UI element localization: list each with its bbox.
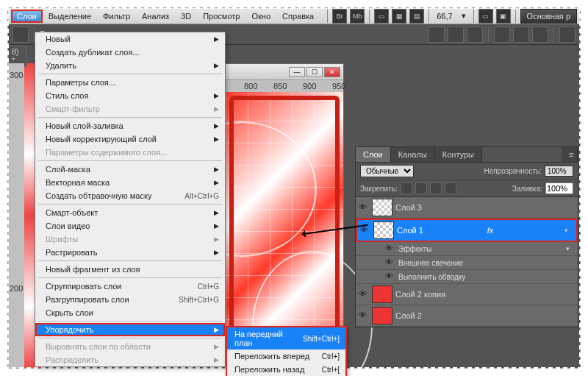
lock-label: Закрепить: [360,185,398,193]
menu-item[interactable]: Слои видео▶ [35,219,225,233]
menu-item[interactable]: Стиль слоя▶ [35,89,225,102]
layer-name: Слой 2 [395,311,422,320]
visibility-icon[interactable]: 👁 [385,258,395,268]
tab-channels[interactable]: Каналы [391,147,435,162]
layer-thumb [372,307,392,324]
layer-row[interactable]: 👁Эффекты▾ [356,242,578,256]
menu-item[interactable]: Параметры слоя... [35,76,225,89]
effects-toggle[interactable]: ▾ [566,245,575,252]
menu-item[interactable]: Новый слой-заливка▶ [35,119,225,132]
layer-thumb [373,221,394,239]
workspace-button[interactable]: Основная р [520,9,577,24]
layer-row[interactable]: 👁Выполнить обводку [356,270,578,284]
layer-list: 👁Слой 3👁Слой 1fx▾👁Эффекты▾👁Внешнее свече… [356,197,578,327]
align-icon[interactable] [429,26,445,43]
distribute-icon[interactable] [494,26,510,43]
menu-item[interactable]: Шрифты▶ [35,233,225,246]
menu-item[interactable]: Создать дубликат слоя... [35,46,225,59]
zoom-value[interactable]: 66,7 [437,12,452,21]
minibridge-icon[interactable]: Mb [350,9,365,24]
tab-paths[interactable]: Контуры [435,147,482,162]
fill-input[interactable] [545,182,573,194]
menu-item[interactable]: Разгруппировать слоиShift+Ctrl+G [35,293,225,306]
menu-item[interactable]: Растрировать▶ [35,246,225,259]
menu-item[interactable]: Смарт-объект▶ [35,206,225,219]
menu-window[interactable]: Окно [245,10,276,23]
autoalign-icon[interactable] [559,26,576,43]
lock-transparency-icon[interactable] [401,182,412,194]
layer-thumb [372,285,392,303]
tab-layers[interactable]: Слои [356,147,391,162]
vertical-ruler: 300 200 [8,63,24,368]
visibility-icon[interactable]: 👁 [385,272,395,282]
layer-row[interactable]: 👁Слой 2 [356,305,578,327]
window-titlebar[interactable]: — ☐ ✕ [226,64,343,80]
menu-layers[interactable]: Слои [11,10,43,23]
menu-filter[interactable]: Фильтр [97,10,136,23]
submenu-item[interactable]: На передний планShift+Ctrl+] [227,327,345,350]
fill-label: Заливка: [512,185,542,193]
layers-panel: Слои Каналы Контуры ≡ Обычные Непрозрачн… [355,146,578,327]
screen-mode-icon[interactable]: ▭ [374,9,389,24]
close-button[interactable]: ✕ [324,67,340,77]
layer-row[interactable]: 👁Слой 1fx▾ [356,219,578,242]
toolbar-extras: Br Mb ▭ ▦ ▤ 66,7▾ ▭ ▣ Основная р [326,9,577,24]
screenmode-icon[interactable]: ▣ [496,9,511,24]
guides-icon[interactable]: ▤ [409,9,424,24]
visibility-icon[interactable]: 👁 [359,202,369,213]
visibility-icon[interactable]: 👁 [360,225,370,235]
menu-select[interactable]: Выделение [43,10,97,23]
maximize-button[interactable]: ☐ [306,67,323,77]
menu-item[interactable]: Векторная маска▶ [35,176,225,189]
menu-item[interactable]: Упорядочить▶ [35,323,225,336]
menu-item[interactable]: Новый корректирующий слой▶ [35,132,225,146]
visibility-icon[interactable]: 👁 [359,289,369,299]
menu-item[interactable]: Параметры содержимого слоя... [35,146,225,159]
layer-row[interactable]: 👁Слой 3 [356,197,578,219]
menu-item[interactable]: Распределить▶ [35,353,225,366]
canvas[interactable] [226,92,343,364]
submenu-item[interactable]: Переложить назадCtrl+[ [227,363,345,376]
menu-item[interactable]: Удалить▶ [35,59,225,72]
layer-name: Выполнить обводку [398,273,465,281]
layer-row[interactable]: 👁Внешнее свечение [356,256,578,270]
align-icon[interactable] [467,26,483,43]
layer-name: Слой 2 копия [395,290,445,299]
align-icon[interactable] [448,26,464,43]
arrange-icon[interactable]: ▭ [478,9,493,24]
panel-menu-icon[interactable]: ≡ [562,147,578,162]
distribute-icon[interactable] [513,26,529,43]
menu-item[interactable]: Выровнять слои по области▶ [35,340,225,353]
menu-item[interactable]: Новый фрагмент из слоя [35,263,225,276]
lock-position-icon[interactable] [430,182,442,194]
menu-3d[interactable]: 3D [175,10,197,23]
submenu-item[interactable]: Переложить впередCtrl+] [227,350,345,363]
menu-item[interactable]: Скрыть слои [35,306,225,319]
menu-item[interactable]: Сгруппировать слоиCtrl+G [35,280,225,293]
layer-row[interactable]: 👁Слой 2 копия [356,284,578,305]
tool-preset-icon[interactable] [12,26,29,43]
menu-item[interactable]: Смарт-фильтр▶ [35,102,225,116]
bridge-icon[interactable]: Br [332,9,347,24]
menu-item[interactable]: Слой-маска▶ [35,163,225,176]
menu-bar: Слои Выделение Фильтр Анализ 3D Просмотр… [8,8,580,24]
lock-all-icon[interactable] [445,182,456,194]
minimize-button[interactable]: — [289,67,305,77]
menu-help[interactable]: Справка [276,10,320,23]
opacity-input[interactable] [545,166,573,177]
visibility-icon[interactable]: 👁 [359,311,369,321]
fx-badge[interactable]: fx [487,226,494,235]
menu-view[interactable]: Просмотр [197,10,245,23]
document-window: — ☐ ✕ 800850900950 [225,63,344,365]
menu-item[interactable]: Новый▶ [35,32,225,46]
layer-thumb [372,199,392,216]
menu-analysis[interactable]: Анализ [136,10,175,23]
layers-dropdown: Новый▶Создать дубликат слоя...Удалить▶Па… [35,32,226,367]
distribute-icon[interactable] [532,26,548,43]
visibility-icon[interactable]: 👁 [385,244,395,254]
lock-pixels-icon[interactable] [415,182,427,194]
extras-icon[interactable]: ▦ [392,9,406,24]
blend-mode-select[interactable]: Обычные [360,165,414,177]
menu-item[interactable]: Создать обтравочную маскуAlt+Ctrl+G [35,189,225,202]
opacity-label: Непрозрачность: [484,167,542,175]
